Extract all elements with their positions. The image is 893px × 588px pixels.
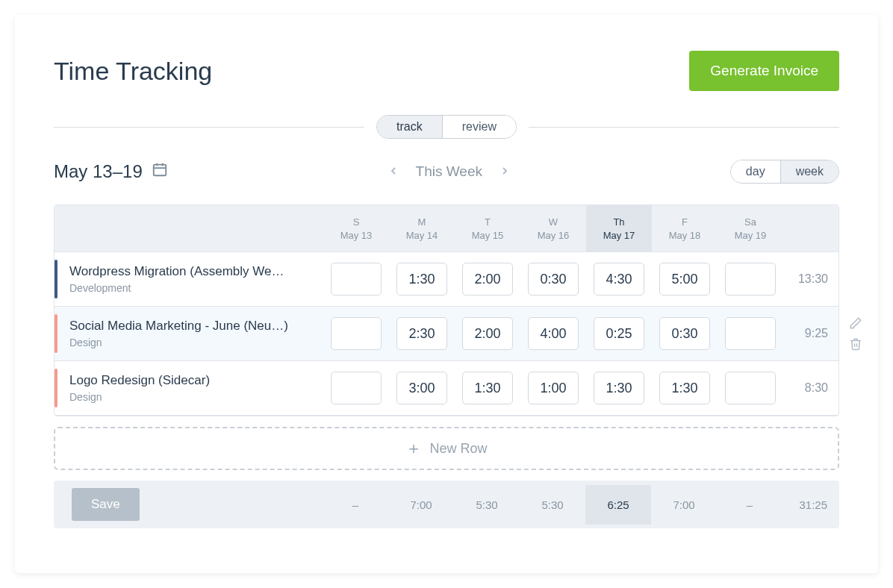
day-header: MMay 14 [389,205,455,251]
time-cell [718,252,783,306]
day-abbr: W [526,216,580,229]
task-cell[interactable]: Wordpress Migration (Assembly We…Develop… [55,252,323,306]
time-input[interactable] [396,263,447,295]
row-total: 13:30 [783,272,840,286]
time-input[interactable] [594,263,644,295]
rows-container: Wordpress Migration (Assembly We…Develop… [55,252,838,416]
generate-invoice-button[interactable]: Generate Invoice [689,51,839,91]
time-input[interactable] [725,372,776,404]
date-range: May 13–19 [54,161,168,182]
row-color-bar [55,314,57,353]
svg-rect-0 [154,165,167,176]
time-cell [389,361,455,415]
time-cell [586,307,652,360]
time-input[interactable] [331,317,382,350]
time-input[interactable] [594,317,644,350]
time-cell [586,361,652,415]
view-week-button[interactable]: week [780,160,838,183]
footer-grand-total: 31:25 [782,498,839,511]
time-cell [718,307,783,360]
row-color-bar [55,260,57,298]
task-category: Design [69,391,314,403]
new-row-button[interactable]: ＋ New Row [54,427,839,470]
time-cell [455,252,520,306]
row-total: 8:30 [783,381,840,395]
time-cell [455,361,520,415]
header-total-col [783,205,840,251]
time-input[interactable] [659,263,710,295]
time-cell [455,307,520,360]
task-category: Design [69,337,314,348]
grid-header: SMay 13MMay 14TMay 15WMay 16ThMay 17FMay… [55,205,838,252]
time-input[interactable] [528,372,579,404]
time-input[interactable] [331,372,382,404]
day-date: May 16 [526,229,580,243]
day-date: May 19 [724,229,777,243]
row-color-bar [55,369,57,407]
footer-day-total: 5:30 [520,498,585,511]
time-input[interactable] [396,372,447,404]
time-input[interactable] [659,372,710,404]
task-title: Social Media Marketing - June (Neu…) [69,319,314,334]
timesheet-row: Logo Redesign (Sidecar)Design8:30 [55,361,838,416]
time-cell [718,361,783,415]
date-range-label: May 13–19 [54,161,143,182]
calendar-icon[interactable] [152,161,168,182]
time-input[interactable] [462,372,513,404]
timesheet-row: Wordpress Migration (Assembly We…Develop… [55,252,838,307]
save-button[interactable]: Save [72,488,140,521]
time-cell [652,252,718,306]
day-header: WMay 16 [520,205,586,251]
task-title: Wordpress Migration (Assembly We… [69,264,314,279]
divider-line [529,127,839,128]
time-input[interactable] [659,317,710,350]
time-cell [586,252,652,306]
time-cell [389,307,455,360]
time-input[interactable] [725,263,776,295]
view-day-button[interactable]: day [731,160,780,183]
day-abbr: T [461,216,514,229]
time-cell [652,307,718,360]
footer-totals: Save –7:005:305:306:257:00–31:25 [54,481,839,528]
time-tracking-app: Time Tracking Generate Invoice track rev… [15,15,878,573]
time-input[interactable] [462,317,513,350]
time-input[interactable] [462,263,513,295]
day-date: May 17 [592,229,646,243]
time-cell [389,252,455,306]
task-cell[interactable]: Logo Redesign (Sidecar)Design [55,361,323,415]
this-week-label[interactable]: This Week [416,163,482,180]
footer-day-total: 6:25 [585,485,651,525]
time-input[interactable] [725,317,776,350]
day-header: SaMay 19 [718,205,783,251]
pencil-icon[interactable] [849,316,862,330]
day-header: FMay 18 [652,205,718,251]
day-date: May 14 [395,229,449,243]
tab-divider: track review [54,115,839,139]
plus-icon: ＋ [405,440,422,457]
trash-icon[interactable] [849,337,862,351]
time-input[interactable] [528,263,579,295]
day-date: May 18 [658,229,712,243]
header: Time Tracking Generate Invoice [54,51,839,91]
day-abbr: Sa [724,216,777,229]
time-cell [323,307,389,360]
chevron-left-icon[interactable] [388,163,399,181]
header-task-col [55,205,323,251]
chevron-right-icon[interactable] [499,163,511,181]
tab-track[interactable]: track [377,116,442,138]
time-input[interactable] [528,317,579,350]
time-input[interactable] [396,317,447,350]
time-input[interactable] [331,263,382,295]
day-header: ThMay 17 [586,205,652,251]
timesheet-grid: SMay 13MMay 14TMay 15WMay 16ThMay 17FMay… [54,204,839,416]
tab-review[interactable]: review [442,116,516,138]
time-cell [323,361,389,415]
footer-day-total: – [717,498,782,511]
footer-day-total: – [323,498,388,511]
view-segment: day week [730,160,839,184]
footer-day-total: 7:00 [651,498,717,511]
time-input[interactable] [594,372,644,404]
day-header: SMay 13 [323,205,389,251]
row-total: 9:25 [783,327,840,340]
task-cell[interactable]: Social Media Marketing - June (Neu…)Desi… [55,307,323,360]
